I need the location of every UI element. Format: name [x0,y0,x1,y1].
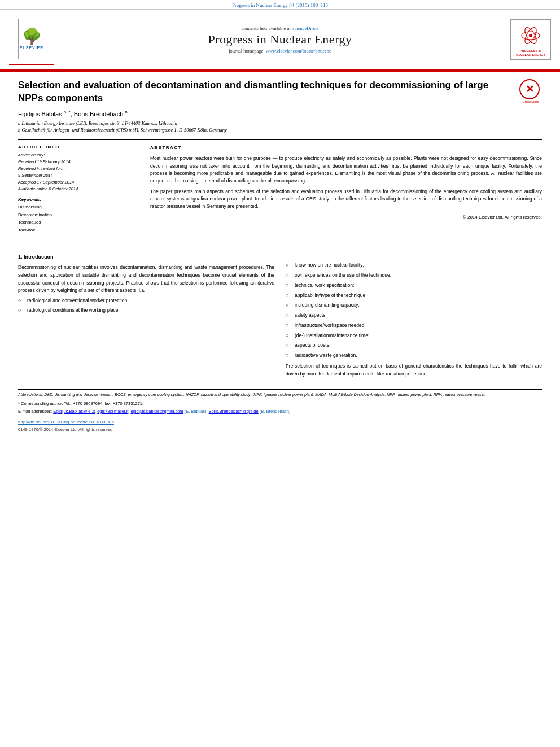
copyright-line: © 2014 Elsevier Ltd. All rights reserved… [150,214,542,221]
paper-title: Selection and evaluation of decontaminat… [18,79,513,105]
affiliation-a: a Lithuanian Energy Institute (LEI), Bre… [18,120,542,127]
keyword-1: Dismantling [18,203,135,211]
keyword-2: Decontamination [18,211,135,219]
bullet-right-6: safety aspects; [286,312,542,319]
elsevier-tree-icon: 🌳 [22,29,42,45]
atom-icon [519,24,542,47]
intro-heading: 1. Introduction [18,254,274,261]
bullet-right-3: technical work specification; [286,282,542,289]
doi-link[interactable]: http://dx.doi.org/10.1016/j.pnucene.2014… [18,419,542,426]
accepted-date: Accepted 17 September 2014 [18,179,135,186]
journal-title-text: Progress in Nuclear Energy [54,32,506,47]
elsevier-logo-area: 🌳 ELSEVIER [9,14,54,65]
paper-title-area: Selection and evaluation of decontaminat… [18,79,542,105]
sciencedirect-link[interactable]: ScienceDirect [292,25,319,31]
bullet-right-2: own experiences on the use of the techni… [286,272,542,279]
bullet-right-5: including dismantling capacity; [286,302,542,309]
bullet-right-4: applicability/type of the technique; [286,292,542,299]
elsevier-brand-text: ELSEVIER [20,46,44,50]
abstract-title: ABSTRACT [150,145,542,151]
corresponding-note: * Corresponding author. Tel.: +370 68697… [18,400,542,407]
contents-line: Contents lists available at ScienceDirec… [54,25,506,31]
journal-center-info: Contents lists available at ScienceDirec… [54,25,506,54]
received-revised-label: Received in revised form [18,165,135,172]
contents-label-text: Contents lists available at [242,25,291,31]
homepage-link[interactable]: www.elsevier.com/locate/pnucene [266,48,331,54]
main-content: Selection and evaluation of decontaminat… [0,72,560,439]
bullets-right: know-how on the nuclear facility; own ex… [286,261,542,359]
keywords-label: Keywords: [18,197,135,202]
intro-body-text: Decommissioning of nuclear facilities in… [18,264,274,294]
authors-line: Egidijus Babilas a, *, Boris Brendebach … [18,110,542,117]
crossmark-icon: ✕ [519,79,540,99]
svg-point-0 [529,34,532,37]
bullet-left-2: radiological conditions at the working p… [18,307,274,314]
body-columns: 1. Introduction Decommissioning of nucle… [18,250,542,380]
body-right-column: know-how on the nuclear facility; own ex… [286,250,542,380]
abstract-text: Most nuclear power reactors were built f… [150,155,542,210]
body-left-column: 1. Introduction Decommissioning of nucle… [18,250,274,380]
keyword-4: Tool-box [18,226,135,234]
homepage-label: journal homepage: [229,48,265,54]
email-label: E-mail addresses: [18,409,52,414]
elsevier-box: 🌳 ELSEVIER [18,19,45,59]
abstract-para2: The paper presents main aspects and sche… [150,188,542,211]
info-abstract-section: ARTICLE INFO Article history: Received 1… [18,139,542,238]
issn-text: 0149-1970/© 2014 Elsevier Ltd. All right… [18,426,542,433]
email-link-2[interactable]: egis78@mailei.lt [97,409,128,414]
journal-ref-text: Progress in Nuclear Energy 84 (2015) 108… [232,2,328,8]
bullet-right-1: know-how on the nuclear facility; [286,261,542,269]
received-revised-date: 9 September 2014 [18,172,135,179]
history-label: Article history: [18,152,135,159]
abbreviations-text: Abbreviations: D&D, dismantling and deco… [18,392,542,398]
journal-header: 🌳 ELSEVIER Contents lists available at S… [0,10,560,71]
bullet-right-9: aspects of costs; [286,342,542,349]
keyword-3: Techniques [18,219,135,226]
bullet-right-10: radioactive waste generation. [286,352,542,359]
footer-area: Abbreviations: D&D, dismantling and deco… [18,389,542,433]
nuclear-logo-text: PROGRESS INNUCLEAR ENERGY [516,49,545,57]
received-date: Received 19 February 2014 [18,159,135,165]
section-title-text: Introduction [24,254,54,260]
article-info-column: ARTICLE INFO Article history: Received 1… [18,140,142,238]
journal-reference-bar: Progress in Nuclear Energy 84 (2015) 108… [0,0,560,10]
bullet-left-1: radiological and conventional worker pro… [18,297,274,304]
crossmark-area: ✕ CrossMark [519,79,542,103]
bullet-right-8: (de-) installation/maintenance time; [286,332,542,339]
affiliations: a Lithuanian Energy Institute (LEI), Bre… [18,120,542,134]
body-text-right-cont: Pre-selection of techniques is carried o… [286,362,542,378]
available-date: Available online 8 October 2014 [18,186,135,193]
affiliation-b: b Gesellschaft für Anlagen- und Reaktors… [18,126,542,134]
abstract-column: ABSTRACT Most nuclear power reactors wer… [142,140,542,238]
homepage-line: journal homepage: www.elsevier.com/locat… [54,48,506,54]
nuclear-logo-area: PROGRESS INNUCLEAR ENERGY [506,19,551,60]
email-link-4[interactable]: Boris.Brendebach@grs.de [209,409,259,414]
crossmark-label: CrossMark [519,100,542,103]
section-divider [18,244,542,244]
email-line: E-mail addresses: Egidijus.Babilas@lei.l… [18,408,542,415]
article-info-title: ARTICLE INFO [18,145,135,150]
bullets-left: radiological and conventional worker pro… [18,297,274,314]
nuclear-logo-box: PROGRESS INNUCLEAR ENERGY [510,19,551,60]
email-link-3[interactable]: egidijus.babilas@gmail.com [131,409,183,414]
bullet-right-7: infrastructure/workspace needed; [286,322,542,329]
email-link-1[interactable]: Egidijus.Babilas@lei.lt [53,409,95,414]
section-number: 1. [18,254,23,260]
email-addresses: Egidijus.Babilas@lei.lt, egis78@mailei.l… [53,409,291,414]
abstract-para1: Most nuclear power reactors were built f… [150,155,542,185]
